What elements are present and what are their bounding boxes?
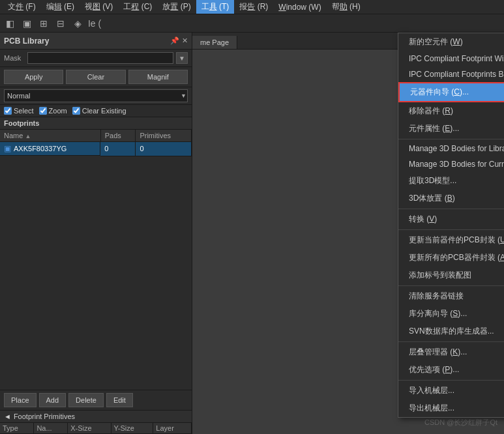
dropdown-menu: 新的空元件 (W) IPC Compliant Footprint Wizard… xyxy=(398,33,504,418)
menu-preferences[interactable]: 优先选项 (P)... xyxy=(398,361,504,379)
menu-separator-2 xyxy=(398,209,504,209)
normal-select[interactable]: Normal xyxy=(4,89,188,102)
menu-component-wizard[interactable]: 元器件向导 (C)... xyxy=(398,82,504,102)
menu-place[interactable]: 放置 (P) xyxy=(157,0,196,14)
menu-export-mechanical[interactable]: 导出机械层... xyxy=(398,399,504,417)
panel-spacer xyxy=(0,156,192,390)
watermark: CSDN @长沙红胖子Qt xyxy=(424,418,497,427)
select-checkbox[interactable] xyxy=(4,107,12,115)
clear-button[interactable]: Clear xyxy=(66,70,125,84)
menu-ipc-batch-generator[interactable]: IPC Compliant Footprints Batch generator… xyxy=(398,66,504,82)
toolbar-icon-1[interactable]: ◧ xyxy=(3,16,17,31)
mask-row: Mask ▼ xyxy=(0,50,192,67)
fp-primitives-cell: 0 xyxy=(136,142,192,156)
add-button[interactable]: Add xyxy=(39,393,67,407)
menu-help[interactable]: 帮助 (H) xyxy=(327,0,366,14)
col-name[interactable]: Name ▲ xyxy=(0,130,100,142)
edit-button[interactable]: Edit xyxy=(106,393,133,407)
toolbar-icons: ◧ ▣ ⊞ ⊟ ◈ Ie ( xyxy=(3,16,103,31)
menu-lib-split-wizard[interactable]: 库分离向导 (S)... xyxy=(398,305,504,323)
menu-svn-generator[interactable]: SVN数据库的库生成器... xyxy=(398,323,504,340)
panel-header-icons: 📌 ✕ xyxy=(170,36,188,45)
col-primitives[interactable]: Primitives xyxy=(136,130,192,142)
primitives-section-header: ◄ Footprint Primitives xyxy=(0,410,192,423)
normal-row: Normal ▼ xyxy=(0,87,192,105)
fp-name-cell: ▣ AXK5F80337YG xyxy=(0,142,100,156)
footprints-table: Name ▲ Pads Primitives ▣ AXK5F80337YG 0 … xyxy=(0,130,192,156)
primitives-table: Type Na... X-Size Y-Size Layer xyxy=(0,423,192,434)
name-sort-icon: ▲ xyxy=(25,133,31,139)
tab-home-page[interactable]: me Page xyxy=(192,36,237,49)
prim-col-name: Na... xyxy=(34,423,68,434)
prim-col-ysize: Y-Size xyxy=(111,423,153,434)
menu-add-bom[interactable]: 添加标号到装配图 xyxy=(398,267,504,284)
select-checkbox-item[interactable]: Select xyxy=(4,107,34,115)
menu-clear-server-link[interactable]: 清除服务器链接 xyxy=(398,287,504,305)
mask-label: Mask xyxy=(4,54,25,62)
magnif-button[interactable]: Magnif xyxy=(128,70,188,84)
menu-manage-3d-component[interactable]: Manage 3D Bodies for Current Component..… xyxy=(398,156,504,172)
check-row: Select Zoom Clear Existing xyxy=(0,105,192,117)
zoom-checkbox-label: Zoom xyxy=(49,107,67,115)
menu-stack-manager[interactable]: 层叠管理器 (K)... xyxy=(398,343,504,361)
prim-col-xsize: X-Size xyxy=(68,423,111,434)
menu-file[interactable]: 文件 (F) xyxy=(3,0,41,14)
menu-component-properties[interactable]: 元件属性 (E)... xyxy=(398,120,504,137)
menu-convert[interactable]: 转换 (V) xyxy=(398,210,504,228)
menu-separator-5 xyxy=(398,341,504,342)
prim-col-type: Type xyxy=(0,423,34,434)
toolbar-icon-5[interactable]: ◈ xyxy=(70,16,85,31)
menu-update-current-pcb[interactable]: 更新当前器件的PCB封装 (U) xyxy=(398,231,504,249)
menubar: 文件 (F) 编辑 (E) 视图 (V) 工程 (C) 放置 (P) 工具 (T… xyxy=(0,0,504,14)
menu-remove-device[interactable]: 移除器件 (R) xyxy=(398,102,504,120)
fp-row-icon: ▣ xyxy=(4,144,11,153)
clear-existing-label: Clear Existing xyxy=(82,107,126,115)
zoom-checkbox[interactable] xyxy=(39,107,47,115)
pin-icon[interactable]: 📌 xyxy=(170,36,179,45)
zoom-checkbox-item[interactable]: Zoom xyxy=(39,107,67,115)
footprints-section-header: Footprints xyxy=(0,117,192,130)
menu-extract-3d[interactable]: 提取3D模型... xyxy=(398,172,504,190)
col-pads[interactable]: Pads xyxy=(100,130,136,142)
clear-existing-checkbox[interactable] xyxy=(72,107,80,115)
toolbar-icon-6[interactable]: Ie ( xyxy=(87,16,102,31)
menu-manage-3d-library[interactable]: Manage 3D Bodies for Library... xyxy=(398,141,504,156)
toolbar-icon-2[interactable]: ▣ xyxy=(20,16,34,31)
menu-edit[interactable]: 编辑 (E) xyxy=(41,0,80,14)
left-panel: PCB Library 📌 ✕ Mask ▼ Apply Clear Magni… xyxy=(0,33,192,434)
menu-tools[interactable]: 工具 (T) xyxy=(196,0,235,14)
fp-name: AXK5F80337YG xyxy=(14,145,67,152)
table-row[interactable]: ▣ AXK5F80337YG 0 0 xyxy=(0,142,192,156)
menu-3d-placement[interactable]: 3D体放置 (B) xyxy=(398,190,504,207)
right-area: me Page 新的空元件 (W) IPC Compliant Footprin… xyxy=(192,33,504,434)
menu-new-empty-component[interactable]: 新的空元件 (W) xyxy=(398,33,504,51)
apply-button[interactable]: Apply xyxy=(4,70,63,84)
btn-row: Apply Clear Magnif xyxy=(0,67,192,87)
delete-button[interactable]: Delete xyxy=(68,393,104,407)
fp-pads-cell: 0 xyxy=(100,142,136,156)
primitives-label: Footprint Primitives xyxy=(14,412,75,420)
menu-project[interactable]: 工程 (C) xyxy=(118,0,157,14)
toolbar: ◧ ▣ ⊞ ⊟ ◈ Ie ( xyxy=(0,14,504,33)
panel-close-icon[interactable]: ✕ xyxy=(182,36,188,45)
menu-window[interactable]: Window (W) xyxy=(273,1,326,13)
primitives-toggle-icon[interactable]: ◄ xyxy=(4,412,11,420)
bottom-btn-row: Place Add Delete Edit xyxy=(0,390,192,410)
toolbar-icon-4[interactable]: ⊟ xyxy=(53,16,68,31)
toolbar-icon-3[interactable]: ⊞ xyxy=(37,16,51,31)
menu-separator-1 xyxy=(398,139,504,139)
menu-view[interactable]: 视图 (V) xyxy=(80,0,118,14)
place-button[interactable]: Place xyxy=(4,393,37,407)
menu-separator-6 xyxy=(398,380,504,381)
menu-separator-3 xyxy=(398,229,504,230)
mask-input[interactable] xyxy=(27,52,173,64)
prim-col-layer: Layer xyxy=(153,423,192,434)
normal-select-wrapper: Normal ▼ xyxy=(4,89,188,102)
panel-header: PCB Library 📌 ✕ xyxy=(0,33,192,50)
clear-existing-checkbox-item[interactable]: Clear Existing xyxy=(72,107,126,115)
menu-ipc-footprint-wizard[interactable]: IPC Compliant Footprint Wizard... xyxy=(398,51,504,66)
mask-dropdown[interactable]: ▼ xyxy=(176,52,188,64)
menu-report[interactable]: 报告 (R) xyxy=(234,0,273,14)
menu-import-mechanical[interactable]: 导入机械层... xyxy=(398,382,504,399)
menu-update-all-pcb[interactable]: 更新所有的PCB器件封装 (A) xyxy=(398,249,504,267)
